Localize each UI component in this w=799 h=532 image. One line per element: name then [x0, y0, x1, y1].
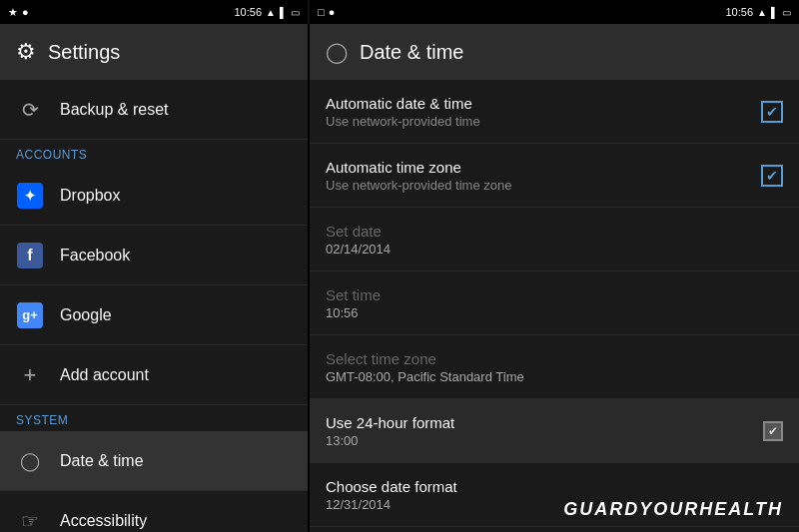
add-account-label: Add account: [60, 366, 149, 384]
select-timezone-item: Select time zone GMT-08:00, Pacific Stan…: [310, 335, 799, 399]
sidebar-item-facebook[interactable]: f Facebook: [0, 226, 308, 285]
accessibility-icon: ☞: [16, 507, 44, 533]
left-header: ⚙ Settings: [0, 24, 308, 80]
date-format-title: Choose date format: [326, 478, 783, 495]
right-panel-wrapper: ◯ Date & time Automatic date & time Use …: [310, 24, 799, 532]
auto-datetime-title: Automatic date & time: [326, 95, 761, 112]
google-icon: g+: [16, 301, 44, 329]
bluetooth-icon: ★: [8, 6, 18, 19]
wifi-icon-right: ▲: [757, 7, 767, 18]
right-header: ◯ Date & time: [310, 24, 799, 80]
auto-datetime-checkbox[interactable]: [761, 101, 783, 123]
backup-icon: ⟳: [16, 96, 44, 124]
main-content: ⚙ Settings ⟳ Backup & reset ACCOUNTS ✦ D…: [0, 24, 799, 532]
signal-icon-left: ▌: [280, 7, 287, 18]
use-24hr-title: Use 24-hour format: [326, 414, 763, 431]
headset-icon-right: ●: [329, 6, 336, 18]
left-status-bar: ★ ● 10:56 ▲ ▌ ▭: [0, 0, 308, 24]
left-time: 10:56: [234, 6, 262, 18]
datetime-icon: ◯: [16, 447, 44, 475]
select-timezone-value: GMT-08:00, Pacific Standard Time: [326, 369, 783, 384]
set-date-title: Set date: [326, 223, 783, 240]
auto-timezone-checkbox[interactable]: [761, 165, 783, 187]
use-24hr-checkbox[interactable]: [763, 421, 783, 441]
facebook-label: Facebook: [60, 247, 130, 265]
sidebar-item-google[interactable]: g+ Google: [0, 285, 308, 345]
headset-icon: ●: [22, 6, 29, 18]
accessibility-label: Accessibility: [60, 512, 147, 530]
datetime-label: Date & time: [60, 452, 144, 470]
auto-datetime-subtitle: Use network-provided time: [326, 114, 761, 129]
facebook-icon: f: [16, 242, 44, 269]
use-24hr-item[interactable]: Use 24-hour format 13:00: [310, 399, 799, 463]
auto-timezone-title: Automatic time zone: [326, 159, 761, 176]
dropbox-label: Dropbox: [60, 187, 120, 205]
watermark: GUARDYOURHEALTH: [563, 499, 783, 520]
accounts-section-label: ACCOUNTS: [0, 140, 308, 166]
set-date-value: 02/14/2014: [326, 242, 783, 257]
right-status-bar: □ ● 10:56 ▲ ▌ ▭: [310, 0, 799, 24]
backup-label: Backup & reset: [60, 101, 169, 119]
sidebar-item-add-account[interactable]: + Add account: [0, 345, 308, 405]
google-label: Google: [60, 306, 112, 324]
right-panel-title: Date & time: [360, 41, 463, 64]
auto-timezone-item[interactable]: Automatic time zone Use network-provided…: [310, 144, 799, 208]
auto-datetime-item[interactable]: Automatic date & time Use network-provid…: [310, 80, 799, 144]
right-settings-list: Automatic date & time Use network-provid…: [310, 80, 799, 532]
select-timezone-title: Select time zone: [326, 350, 783, 367]
gear-icon: ⚙: [16, 39, 36, 65]
set-time-value: 10:56: [326, 305, 783, 320]
left-panel: ⚙ Settings ⟳ Backup & reset ACCOUNTS ✦ D…: [0, 24, 308, 532]
datetime-header-icon: ◯: [326, 40, 348, 64]
signal-icon-right: ▌: [771, 7, 778, 18]
settings-title: Settings: [48, 41, 120, 64]
left-menu: ⟳ Backup & reset ACCOUNTS ✦ Dropbox f Fa…: [0, 80, 308, 532]
add-icon: +: [16, 361, 44, 389]
screenshot-icon: □: [318, 6, 325, 18]
dropbox-icon: ✦: [16, 182, 44, 210]
battery-icon-right: ▭: [782, 7, 791, 18]
sidebar-item-dropbox[interactable]: ✦ Dropbox: [0, 166, 308, 226]
sidebar-item-accessibility[interactable]: ☞ Accessibility: [0, 491, 308, 532]
right-time: 10:56: [725, 6, 753, 18]
right-panel: ◯ Date & time Automatic date & time Use …: [310, 24, 799, 532]
sidebar-item-backup[interactable]: ⟳ Backup & reset: [0, 80, 308, 140]
auto-timezone-subtitle: Use network-provided time zone: [326, 178, 761, 193]
system-section-label: SYSTEM: [0, 405, 308, 431]
set-date-item: Set date 02/14/2014: [310, 208, 799, 271]
wifi-icon-left: ▲: [266, 7, 276, 18]
sidebar-item-datetime[interactable]: ◯ Date & time: [0, 431, 308, 491]
battery-icon-left: ▭: [291, 7, 300, 18]
status-bars: ★ ● 10:56 ▲ ▌ ▭ □ ● 10:56 ▲ ▌ ▭: [0, 0, 799, 24]
set-time-title: Set time: [326, 286, 783, 303]
use-24hr-value: 13:00: [326, 433, 763, 448]
set-time-item: Set time 10:56: [310, 271, 799, 335]
